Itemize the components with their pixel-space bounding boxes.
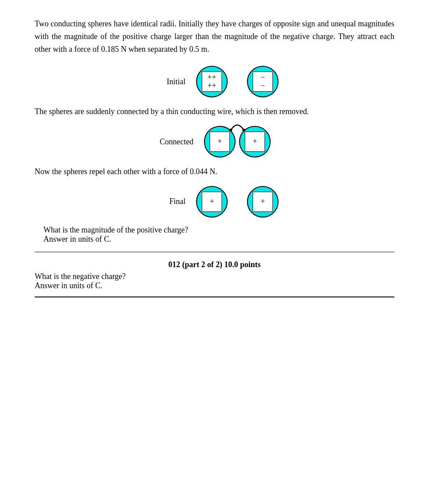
intro-paragraph: Two conducting spheres have identical ra… xyxy=(35,18,394,55)
initial-sphere-negative: −− xyxy=(247,66,279,97)
final-sphere-left: + xyxy=(196,186,228,218)
final-diagram-row: Final + + xyxy=(35,186,394,218)
answer-units2: Answer in units of C. xyxy=(35,281,394,290)
wire-arc-svg xyxy=(229,118,246,131)
connected-sphere-left-symbol: + xyxy=(210,132,230,152)
initial-diagram-row: Initial ++++ −− xyxy=(35,66,394,97)
connected-description: The spheres are suddenly connected by a … xyxy=(35,105,394,118)
initial-label: Initial xyxy=(150,77,186,86)
part2-section: 012 (part 2 of 2) 10.0 points What is th… xyxy=(35,260,394,290)
repel-description: Now the spheres repel each other with a … xyxy=(35,165,394,178)
connected-label: Connected xyxy=(158,137,193,147)
part2-header: 012 (part 2 of 2) 10.0 points xyxy=(35,260,394,269)
final-sphere-left-symbol: + xyxy=(202,192,222,212)
question2-text: What is the negative charge? xyxy=(35,272,394,281)
final-sphere-right-symbol: + xyxy=(253,192,273,212)
final-sphere-right: + xyxy=(247,186,279,218)
connected-diagram-row: Connected + + xyxy=(35,126,394,157)
main-content: Two conducting spheres have identical ra… xyxy=(35,18,394,297)
question1-section: What is the magnitude of the positive ch… xyxy=(35,225,394,244)
divider1 xyxy=(35,252,394,252)
divider2 xyxy=(35,297,394,297)
initial-sphere-positive-symbol: ++++ xyxy=(202,71,222,92)
answer-units1: Answer in units of C. xyxy=(35,235,394,244)
connected-sphere-right-symbol: + xyxy=(245,132,265,152)
initial-sphere-positive: ++++ xyxy=(196,66,228,97)
final-label: Final xyxy=(150,197,186,206)
initial-sphere-negative-symbol: −− xyxy=(253,71,273,92)
question1-text: What is the magnitude of the positive ch… xyxy=(35,225,394,235)
